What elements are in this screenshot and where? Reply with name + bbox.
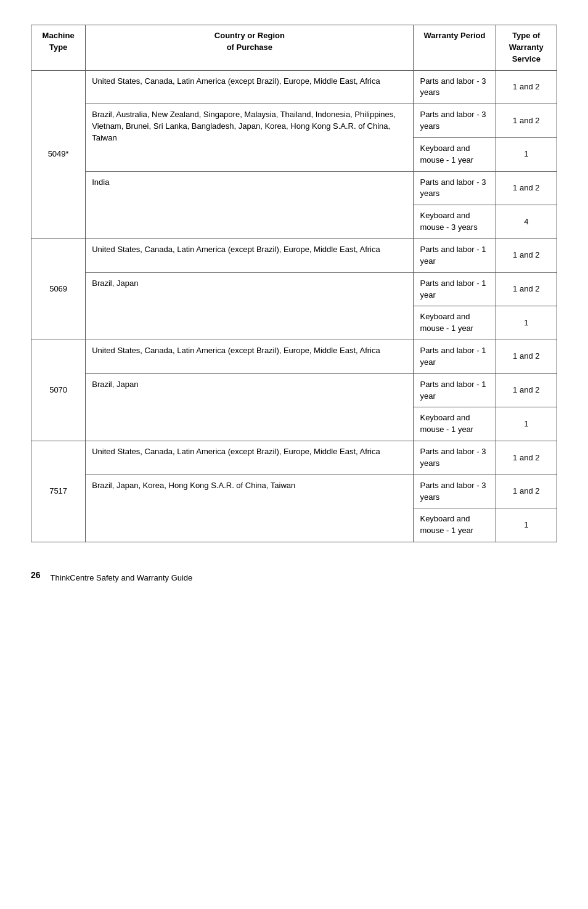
warranty-period-cell: Parts and labor - 1 year (414, 373, 496, 407)
col-header-machine-type: Machine Type (31, 25, 86, 71)
warranty-type-cell: 1 and 2 (496, 272, 557, 306)
warranty-period-cell: Parts and labor - 3 years (414, 171, 496, 205)
warranty-type-cell: 1 and 2 (496, 238, 557, 272)
warranty-table: Machine Type Country or Regionof Purchas… (31, 25, 557, 542)
col-header-country: Country or Regionof Purchase (86, 25, 414, 71)
table-row: 5070United States, Canada, Latin America… (31, 340, 557, 374)
warranty-period-cell: Parts and labor - 3 years (414, 104, 496, 138)
table-row: 5069United States, Canada, Latin America… (31, 238, 557, 272)
warranty-period-cell: Keyboard and mouse - 3 years (414, 205, 496, 239)
warranty-type-cell: 1 and 2 (496, 70, 557, 104)
warranty-period-cell: Parts and labor - 3 years (414, 475, 496, 508)
footer-text: ThinkCentre Safety and Warranty Guide (51, 573, 193, 582)
warranty-period-cell: Parts and labor - 1 year (414, 272, 496, 306)
country-cell: United States, Canada, Latin America (ex… (86, 441, 414, 475)
warranty-type-cell: 1 and 2 (496, 373, 557, 407)
machine-type-cell: 5070 (31, 340, 86, 441)
table-row: 5049*United States, Canada, Latin Americ… (31, 70, 557, 104)
warranty-type-cell: 1 and 2 (496, 441, 557, 475)
warranty-type-cell: 1 (496, 137, 557, 171)
country-cell: Brazil, Japan (86, 373, 414, 441)
warranty-type-cell: 1 (496, 508, 557, 542)
machine-type-cell: 7517 (31, 441, 86, 542)
machine-type-cell: 5049* (31, 70, 86, 238)
table-row: Brazil, JapanParts and labor - 1 year1 a… (31, 373, 557, 407)
warranty-period-cell: Keyboard and mouse - 1 year (414, 137, 496, 171)
machine-type-cell: 5069 (31, 238, 86, 340)
warranty-type-cell: 1 (496, 407, 557, 441)
warranty-type-cell: 1 and 2 (496, 171, 557, 205)
page-footer: 26 ThinkCentre Safety and Warranty Guide (31, 567, 557, 582)
col-header-warranty-service: Type of WarrantyService (496, 25, 557, 71)
warranty-period-cell: Keyboard and mouse - 1 year (414, 407, 496, 441)
warranty-type-cell: 1 and 2 (496, 475, 557, 508)
warranty-period-cell: Parts and labor - 1 year (414, 238, 496, 272)
table-row: Brazil, JapanParts and labor - 1 year1 a… (31, 272, 557, 306)
country-cell: Brazil, Japan, Korea, Hong Kong S.A.R. o… (86, 475, 414, 542)
table-row: Brazil, Japan, Korea, Hong Kong S.A.R. o… (31, 475, 557, 508)
country-cell: United States, Canada, Latin America (ex… (86, 70, 414, 104)
warranty-period-cell: Parts and labor - 3 years (414, 70, 496, 104)
warranty-type-cell: 4 (496, 205, 557, 239)
country-cell: United States, Canada, Latin America (ex… (86, 340, 414, 374)
warranty-period-cell: Keyboard and mouse - 1 year (414, 306, 496, 340)
page-number: 26 (31, 570, 41, 580)
country-cell: Brazil, Japan (86, 272, 414, 340)
warranty-period-cell: Keyboard and mouse - 1 year (414, 508, 496, 542)
warranty-type-cell: 1 (496, 306, 557, 340)
country-cell: United States, Canada, Latin America (ex… (86, 238, 414, 272)
country-cell: Brazil, Australia, New Zealand, Singapor… (86, 104, 414, 171)
warranty-type-cell: 1 and 2 (496, 104, 557, 138)
col-header-warranty-period: Warranty Period (414, 25, 496, 71)
table-row: IndiaParts and labor - 3 years1 and 2 (31, 171, 557, 205)
country-cell: India (86, 171, 414, 238)
table-row: Brazil, Australia, New Zealand, Singapor… (31, 104, 557, 138)
warranty-type-cell: 1 and 2 (496, 340, 557, 374)
warranty-period-cell: Parts and labor - 1 year (414, 340, 496, 374)
table-row: 7517United States, Canada, Latin America… (31, 441, 557, 475)
warranty-period-cell: Parts and labor - 3 years (414, 441, 496, 475)
